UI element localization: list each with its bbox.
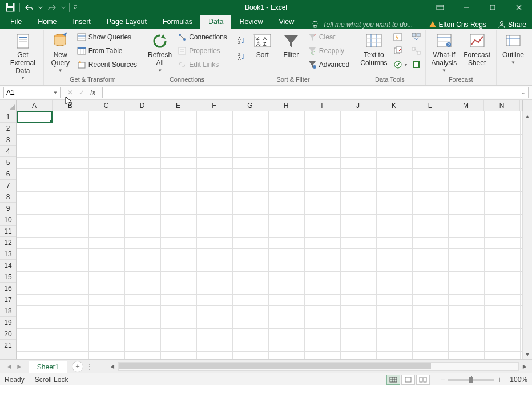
scroll-right-icon[interactable]: ►	[520, 361, 530, 371]
tab-review[interactable]: Review	[231, 15, 271, 29]
sheet-nav[interactable]: ◄ ►	[0, 363, 29, 371]
tab-split-handle[interactable]: ⋮	[88, 361, 91, 372]
row-header[interactable]: 9	[0, 203, 16, 214]
manage-data-model-button[interactable]	[410, 58, 422, 71]
zoom-out-button[interactable]: −	[440, 375, 445, 384]
formula-bar-expand-icon[interactable]: ⌄	[518, 87, 528, 98]
select-all[interactable]	[0, 100, 17, 111]
text-to-columns-button[interactable]: Text to Columns	[358, 31, 389, 67]
ribbon-display-icon[interactable]	[427, 0, 453, 15]
scroll-down-icon[interactable]: ▼	[523, 349, 532, 359]
column-header[interactable]: A	[17, 100, 53, 111]
row-header[interactable]: 15	[0, 271, 16, 283]
data-validation-button[interactable]: ▾	[392, 58, 408, 71]
tab-formulas[interactable]: Formulas	[155, 15, 200, 29]
connections-button[interactable]: Connections	[176, 31, 228, 43]
view-normal-button[interactable]	[386, 375, 400, 385]
cells-area[interactable]	[17, 111, 522, 359]
column-header[interactable]: G	[232, 100, 268, 111]
tell-me-input[interactable]	[323, 21, 420, 29]
clear-button[interactable]: Clear	[307, 31, 350, 43]
from-table-button[interactable]: From Table	[76, 45, 138, 57]
name-box-dropdown-icon[interactable]: ▼	[53, 90, 58, 95]
column-header[interactable]: E	[160, 100, 196, 111]
recent-sources-button[interactable]: Recent Sources	[76, 58, 138, 71]
scroll-left-icon[interactable]: ◄	[107, 361, 117, 371]
show-queries-button[interactable]: Show Queries	[76, 31, 138, 43]
advanced-button[interactable]: Advanced	[307, 58, 350, 71]
new-sheet-button[interactable]: ＋	[72, 361, 83, 372]
tab-home[interactable]: Home	[30, 15, 65, 29]
column-header[interactable]: F	[196, 100, 232, 111]
enter-icon[interactable]: ✓	[79, 89, 84, 97]
vertical-scrollbar[interactable]: ▲ ▼	[522, 111, 532, 359]
row-header[interactable]: 6	[0, 168, 16, 180]
remove-duplicates-button[interactable]	[392, 45, 408, 57]
formula-bar[interactable]: ⌄	[102, 87, 529, 98]
row-header[interactable]: 7	[0, 180, 16, 191]
flash-fill-button[interactable]	[392, 31, 408, 43]
edit-links-button[interactable]: Edit Links	[176, 58, 228, 71]
refresh-all-button[interactable]: Refresh All ▼	[146, 31, 174, 73]
share-button[interactable]: Share	[492, 21, 532, 29]
row-header[interactable]: 21	[0, 340, 16, 351]
tab-insert[interactable]: Insert	[65, 15, 99, 29]
column-header[interactable]: C	[88, 100, 124, 111]
minimize-icon[interactable]	[453, 0, 479, 15]
tab-file[interactable]: File	[2, 15, 30, 29]
what-if-analysis-button[interactable]: ? What-If Analysis ▼	[429, 31, 460, 73]
row-header[interactable]: 12	[0, 237, 16, 248]
row-header[interactable]: 10	[0, 214, 16, 226]
scroll-up-icon[interactable]: ▲	[523, 111, 532, 121]
column-header[interactable]: J	[340, 100, 376, 111]
sheet-nav-next-icon[interactable]: ►	[16, 363, 23, 371]
row-header[interactable]: 20	[0, 328, 16, 340]
sort-za-button[interactable]: ZA	[236, 50, 247, 63]
relationships-button[interactable]	[410, 45, 422, 57]
redo-icon[interactable]	[45, 1, 59, 14]
get-external-data-button[interactable]: Get External Data ▼	[6, 31, 40, 81]
view-page-break-button[interactable]	[416, 375, 430, 385]
row-header[interactable]: 19	[0, 317, 16, 328]
column-header[interactable]: D	[124, 100, 160, 111]
horizontal-scrollbar[interactable]: ◄ ►	[107, 361, 530, 371]
reapply-button[interactable]: Reapply	[307, 45, 350, 57]
row-header[interactable]: 8	[0, 191, 16, 203]
tell-me[interactable]	[302, 21, 422, 29]
column-header[interactable]: I	[304, 100, 340, 111]
sort-button[interactable]: ZAAZ Sort	[249, 31, 276, 59]
undo-icon[interactable]	[22, 1, 36, 14]
tab-view[interactable]: View	[271, 15, 302, 29]
cancel-icon[interactable]: ✕	[67, 89, 73, 97]
column-header[interactable]: K	[376, 100, 412, 111]
sheet-nav-prev-icon[interactable]: ◄	[6, 363, 13, 371]
fx-icon[interactable]: fx	[90, 89, 95, 97]
row-header[interactable]: 17	[0, 294, 16, 305]
column-header[interactable]: B	[53, 100, 88, 111]
account-user[interactable]: Elton Cris Regs	[423, 21, 492, 29]
name-box[interactable]: A1 ▼	[3, 87, 61, 98]
view-page-layout-button[interactable]	[401, 375, 415, 385]
qat-customize-icon[interactable]	[72, 1, 79, 14]
row-header[interactable]: 5	[0, 157, 16, 168]
row-header[interactable]: 3	[0, 134, 16, 146]
row-header[interactable]: 2	[0, 123, 16, 134]
column-header[interactable]: L	[412, 100, 448, 111]
sheet-tab-1[interactable]: Sheet1	[29, 361, 67, 373]
zoom-level[interactable]: 100%	[510, 376, 527, 384]
column-header[interactable]: M	[448, 100, 484, 111]
column-header[interactable]: H	[268, 100, 304, 111]
close-icon[interactable]	[506, 0, 532, 15]
row-header[interactable]: 11	[0, 226, 16, 237]
active-cell[interactable]	[17, 111, 53, 123]
tab-data[interactable]: Data	[200, 15, 231, 29]
column-header[interactable]: N	[484, 100, 520, 111]
filter-button[interactable]: Filter	[278, 31, 304, 59]
sort-az-button[interactable]: AZ	[236, 34, 247, 47]
row-header[interactable]: 18	[0, 305, 16, 317]
zoom-slider[interactable]	[448, 379, 494, 381]
tab-page-layout[interactable]: Page Layout	[99, 15, 155, 29]
row-header[interactable]: 13	[0, 248, 16, 260]
properties-button[interactable]: Properties	[176, 45, 228, 57]
row-header[interactable]: 16	[0, 283, 16, 294]
